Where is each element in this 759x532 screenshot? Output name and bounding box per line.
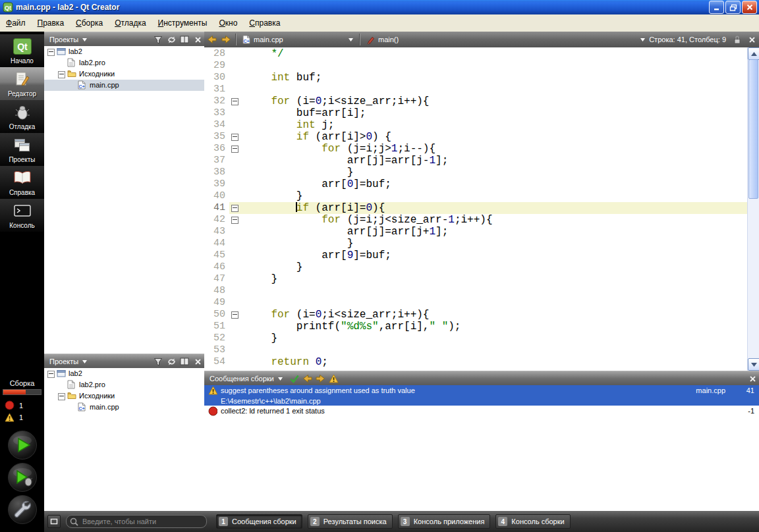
menu-item-edit[interactable]: Правка bbox=[32, 16, 70, 30]
code-line-48[interactable]: 48 bbox=[204, 285, 748, 297]
code-area[interactable]: 28 */2930 int buf;3132 for (i=0;i<size_a… bbox=[204, 47, 748, 371]
mode-console[interactable]: Консоль bbox=[0, 199, 44, 232]
code-line-51[interactable]: 51 printf("%d%s",arr[i]," "); bbox=[204, 321, 748, 332]
filter-icon[interactable] bbox=[152, 356, 165, 367]
mode-editor[interactable]: Редактор bbox=[0, 67, 44, 100]
split-icon[interactable] bbox=[178, 34, 191, 45]
toggle-sidebar-button[interactable] bbox=[47, 515, 61, 528]
open-file-selector[interactable]: C+ main.cpp bbox=[239, 32, 357, 47]
code-line-46[interactable]: 46 } bbox=[204, 261, 748, 273]
code-line-40[interactable]: 40 } bbox=[204, 190, 748, 202]
locator-search-input[interactable] bbox=[66, 515, 207, 528]
output-pane-selector[interactable]: Сообщения сборки bbox=[204, 371, 288, 386]
symbol-selector[interactable]: main() bbox=[362, 32, 649, 47]
warning-count-row[interactable]: 1 bbox=[0, 412, 44, 423]
code-line-47[interactable]: 47 } bbox=[204, 273, 748, 285]
run-debug-button[interactable] bbox=[8, 463, 37, 492]
code-line-31[interactable]: 31 bbox=[204, 84, 748, 95]
tree-item-lab2[interactable]: lab2 bbox=[44, 46, 204, 57]
fold-marker[interactable] bbox=[229, 143, 240, 155]
editor-scrollbar[interactable] bbox=[747, 47, 759, 371]
pane-tab-1[interactable]: 1Сообщения сборки bbox=[216, 514, 302, 529]
code-line-29[interactable]: 29 bbox=[204, 60, 748, 72]
code-line-35[interactable]: 35 if (arr[i]>0) { bbox=[204, 131, 748, 143]
mode-welcome[interactable]: QtНачало bbox=[0, 34, 44, 67]
fold-marker[interactable] bbox=[229, 95, 240, 107]
tree-item-Исходники[interactable]: Исходники bbox=[44, 68, 204, 80]
tree-item-lab2.pro[interactable]: lab2.pro bbox=[44, 379, 204, 390]
pane-tab-4[interactable]: 4Консоль сборки bbox=[495, 514, 570, 529]
code-line-39[interactable]: 39 arr[0]=buf; bbox=[204, 178, 748, 190]
run-button[interactable] bbox=[8, 431, 37, 460]
code-line-44[interactable]: 44 } bbox=[204, 238, 748, 250]
next-issue-icon[interactable] bbox=[314, 373, 327, 385]
code-line-28[interactable]: 28 */ bbox=[204, 48, 748, 60]
forward-button[interactable] bbox=[219, 32, 233, 47]
code-line-38[interactable]: 38 } bbox=[204, 167, 748, 178]
close-editor-icon[interactable] bbox=[745, 32, 759, 47]
panel-selector-bottom[interactable]: Проекты bbox=[44, 354, 92, 369]
code-line-43[interactable]: 43 arr[j]=arr[j+1]; bbox=[204, 226, 748, 238]
restore-button[interactable] bbox=[725, 1, 741, 14]
menu-item-help[interactable]: Справка bbox=[243, 16, 286, 30]
collapse-toggle[interactable] bbox=[47, 49, 55, 56]
tree-item-main.cpp[interactable]: C+main.cpp bbox=[44, 402, 204, 413]
code-line-36[interactable]: 36 for (j=i;j>1;i--){ bbox=[204, 143, 748, 155]
code-line-33[interactable]: 33 buf=arr[i]; bbox=[204, 107, 748, 119]
sync-with-editor-icon[interactable] bbox=[165, 356, 178, 367]
menu-item-window[interactable]: Окно bbox=[213, 16, 243, 30]
code-line-42[interactable]: 42 for (j=i;j<size_arr-1;i++){ bbox=[204, 214, 748, 226]
code-line-45[interactable]: 45 arr[9]=buf; bbox=[204, 250, 748, 261]
fold-marker[interactable] bbox=[229, 309, 240, 321]
close-icon[interactable] bbox=[191, 34, 204, 45]
scroll-down-button[interactable] bbox=[748, 358, 759, 371]
panel-selector[interactable]: Проекты bbox=[44, 32, 92, 47]
annotate-check-icon[interactable] bbox=[288, 373, 301, 385]
build-button[interactable] bbox=[8, 495, 37, 524]
code-line-30[interactable]: 30 int buf; bbox=[204, 72, 748, 84]
pane-tab-3[interactable]: 3Консоль приложения bbox=[398, 514, 491, 529]
mode-projects[interactable]: Проекты bbox=[0, 133, 44, 166]
menu-item-build[interactable]: Сборка bbox=[70, 16, 109, 30]
code-line-37[interactable]: 37 arr[j]=arr[j-1]; bbox=[204, 155, 748, 167]
back-button[interactable] bbox=[204, 32, 219, 47]
collapse-toggle[interactable] bbox=[58, 393, 65, 400]
close-output-icon[interactable] bbox=[746, 373, 759, 385]
fold-marker[interactable] bbox=[229, 202, 240, 214]
code-line-41[interactable]: 41 if (arr[i]=0){ bbox=[204, 202, 748, 214]
code-line-50[interactable]: 50 for (i=0;i<size_arr;i++){ bbox=[204, 309, 748, 321]
code-line-53[interactable]: 53 bbox=[204, 344, 748, 356]
close-button[interactable] bbox=[742, 1, 757, 14]
previous-issue-icon[interactable] bbox=[301, 373, 314, 385]
code-line-52[interactable]: 52 } bbox=[204, 332, 748, 344]
code-line-32[interactable]: 32 for (i=0;i<size_arr;i++){ bbox=[204, 95, 748, 107]
close-icon[interactable] bbox=[191, 356, 204, 367]
tree-item-main.cpp[interactable]: C+main.cpp bbox=[44, 80, 204, 91]
sync-with-editor-icon[interactable] bbox=[165, 34, 178, 45]
mode-help[interactable]: Справка bbox=[0, 166, 44, 199]
scroll-up-button[interactable] bbox=[748, 47, 759, 60]
fold-marker[interactable] bbox=[229, 131, 240, 143]
pane-tab-2[interactable]: 2Результаты поиска bbox=[308, 514, 393, 529]
fold-marker[interactable] bbox=[229, 214, 240, 226]
error-count-row[interactable]: 1 bbox=[0, 399, 44, 412]
tree-item-lab2.pro[interactable]: lab2.pro bbox=[44, 57, 204, 68]
filter-warnings-icon[interactable] bbox=[327, 373, 341, 385]
code-line-34[interactable]: 34 int j; bbox=[204, 119, 748, 131]
issue-row[interactable]: suggest parentheses around assignment us… bbox=[204, 385, 759, 406]
code-line-54[interactable]: 54 return 0; bbox=[204, 356, 748, 368]
minimize-button[interactable] bbox=[709, 1, 724, 14]
lock-icon[interactable] bbox=[730, 32, 745, 47]
tree-item-lab2[interactable]: lab2 bbox=[44, 368, 204, 379]
collapse-toggle[interactable] bbox=[47, 371, 55, 378]
collapse-toggle[interactable] bbox=[58, 71, 65, 78]
menu-item-file[interactable]: Файл bbox=[0, 16, 32, 30]
filter-icon[interactable] bbox=[152, 34, 165, 45]
scrollbar-thumb[interactable] bbox=[748, 59, 758, 199]
issue-row[interactable]: collect2: ld returned 1 exit status-1 bbox=[204, 406, 759, 416]
mode-debug[interactable]: Отладка bbox=[0, 100, 44, 133]
split-icon[interactable] bbox=[178, 356, 191, 367]
tree-item-Исходники[interactable]: Исходники bbox=[44, 390, 204, 402]
menu-item-tools[interactable]: Инструменты bbox=[152, 16, 213, 30]
menu-item-debug[interactable]: Отладка bbox=[109, 16, 152, 30]
